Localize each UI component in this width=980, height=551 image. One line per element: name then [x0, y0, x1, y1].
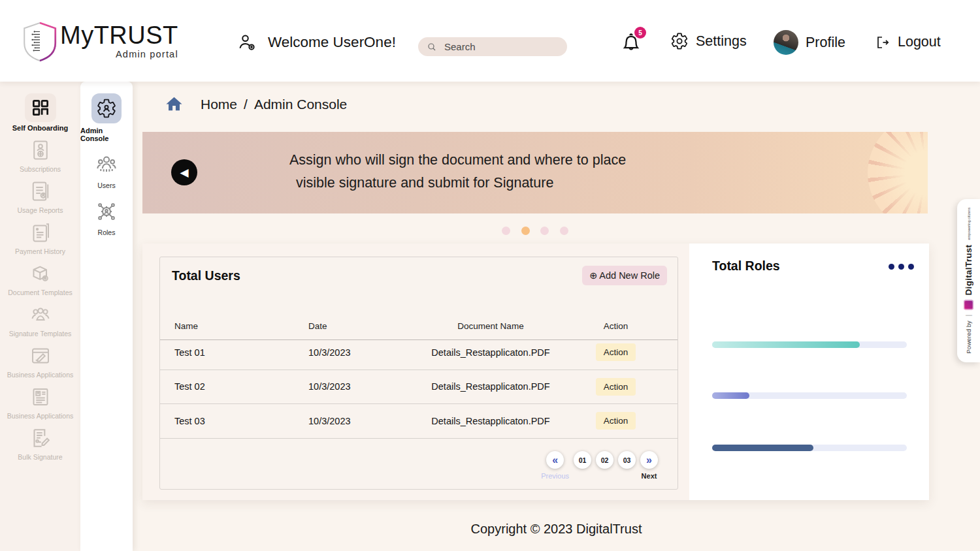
notifications-button[interactable]: 5	[619, 30, 644, 55]
carousel-dot[interactable]	[521, 227, 530, 235]
users-icon	[93, 151, 120, 178]
banner-text-line2: visible signature and submit for Signatu…	[289, 172, 928, 195]
pagination-page-1[interactable]: 01	[574, 451, 591, 469]
notification-badge: 5	[634, 27, 646, 39]
powered-by-brand: DigitalTrust	[964, 245, 973, 296]
users-card-title: Total Users	[172, 268, 240, 283]
welcome-text: Welcome UserOne!	[268, 34, 396, 51]
digitaltrust-logo-icon	[964, 300, 973, 310]
sidebar-item-self-onboarding[interactable]: Self Onboarding	[3, 93, 78, 132]
settings-button[interactable]: Settings	[670, 32, 747, 50]
roles-card-title: Total Roles	[712, 259, 780, 274]
carousel-dot[interactable]	[560, 227, 568, 235]
action-button[interactable]: Action	[596, 412, 636, 430]
profile-button[interactable]: Profile	[774, 30, 845, 55]
user-add-icon	[237, 33, 257, 52]
pagination: « Previous 01 02 03 » Next	[541, 451, 658, 480]
cell-document: Details_Restapplicaton.PDF	[413, 416, 568, 426]
avatar	[774, 30, 798, 55]
search-bar[interactable]	[418, 37, 567, 56]
sidebar-item-usage-reports[interactable]: Usage Reports	[3, 178, 78, 214]
breadcrumb: Home / Admin Console	[164, 95, 347, 114]
role-progress-track	[712, 341, 907, 348]
powered-by-tab[interactable]: Powered by | DigitalTrust empowering cit…	[957, 199, 980, 362]
action-button[interactable]: Action	[596, 378, 636, 396]
footer-copyright: Copyright © 2023 DigitalTrust	[133, 522, 980, 537]
subsidebar-item-label: Roles	[98, 228, 116, 236]
shield-logo-icon	[22, 22, 58, 62]
column-header-name: Name	[174, 321, 308, 331]
sidebar-item-business-applications-2[interactable]: Business Applications	[3, 384, 78, 420]
breadcrumb-home[interactable]: Home	[201, 97, 237, 112]
roles-network-gear-icon	[93, 198, 120, 225]
logo-title: MyTRUST	[60, 22, 178, 49]
carousel-dots	[142, 226, 928, 238]
sidebar-item-business-applications[interactable]: Business Applications	[3, 343, 78, 379]
column-header-document: Document Name	[413, 321, 568, 331]
subscription-card-icon	[27, 137, 54, 163]
subsidebar-item-roles[interactable]: Roles	[93, 198, 120, 236]
subsidebar-item-label: Users	[97, 181, 115, 189]
sidebar-item-label: Self Onboarding	[12, 124, 69, 132]
info-banner: ◀ Assign who will sign the document and …	[142, 132, 928, 213]
sidebar-item-bulk-signature[interactable]: Bulk Signature	[3, 425, 78, 461]
banner-back-button[interactable]: ◀	[171, 159, 197, 185]
grid-icon	[25, 93, 56, 122]
settings-label: Settings	[696, 33, 747, 50]
content-panels: Total Users ⊕ Add New Role Name Date Doc…	[142, 244, 929, 500]
total-users-card: Total Users ⊕ Add New Role Name Date Doc…	[159, 257, 678, 490]
logout-icon	[875, 35, 890, 50]
cube-gear-icon	[27, 260, 54, 287]
table-row[interactable]: Test 01 10/3/2023 Details_Restapplicaton…	[160, 336, 678, 370]
home-icon[interactable]	[164, 95, 184, 114]
sidebar-item-payment-history[interactable]: Payment History	[3, 219, 78, 255]
total-roles-card: Total Roles	[689, 244, 929, 500]
subsidebar-item-users[interactable]: Users	[93, 151, 120, 189]
sidebar-item-label: Payment History	[15, 247, 65, 255]
role-progress-bar	[712, 445, 813, 451]
logout-button[interactable]: Logout	[875, 34, 941, 50]
sidebar-item-subscriptions[interactable]: Subscriptions	[3, 137, 78, 173]
breadcrumb-current: Admin Console	[254, 97, 347, 112]
column-header-date: Date	[308, 321, 413, 331]
table-row[interactable]: Test 02 10/3/2023 Details_Restapplicaton…	[160, 370, 678, 405]
sidebar-item-signature-templates[interactable]: Signature Templates	[3, 302, 78, 338]
search-icon	[427, 42, 437, 52]
search-input[interactable]	[443, 40, 559, 53]
subsidebar-item-label: Admin Console	[80, 127, 133, 142]
role-progress-track	[712, 445, 907, 451]
pagination-page-2[interactable]: 02	[596, 451, 613, 469]
powered-by-tagline: empowering citizens	[967, 208, 971, 240]
double-chevron-right-icon: »	[646, 454, 652, 466]
carousel-dot[interactable]	[540, 227, 549, 235]
cell-date: 10/3/2023	[308, 347, 413, 358]
main-content: Home / Admin Console ◀ Assign who will s…	[133, 82, 980, 551]
table-row[interactable]: Test 03 10/3/2023 Details_Restapplicaton…	[160, 404, 678, 439]
pagination-next-button[interactable]: »	[640, 451, 658, 469]
ellipsis-menu-icon[interactable]	[889, 264, 914, 270]
add-new-role-button[interactable]: ⊕ Add New Role	[582, 266, 667, 285]
table-body: Test 01 10/3/2023 Details_Restapplicaton…	[160, 336, 678, 439]
add-new-role-label: Add New Role	[599, 270, 660, 281]
pagination-previous-button[interactable]: «	[546, 451, 564, 469]
gear-icon	[670, 32, 689, 50]
role-progress-track	[712, 392, 907, 399]
report-document-icon	[27, 178, 54, 204]
previous-label: Previous	[541, 472, 569, 480]
sidebar-item-label: Business Applications	[7, 371, 74, 379]
people-group-icon	[27, 302, 54, 328]
cell-date: 10/3/2023	[308, 381, 413, 392]
breadcrumb-separator: /	[244, 97, 248, 112]
column-header-action: Action	[568, 321, 663, 331]
action-button[interactable]: Action	[596, 343, 636, 361]
pagination-page-3[interactable]: 03	[618, 451, 636, 469]
subsidebar-item-admin-console[interactable]: Admin Console	[80, 93, 133, 142]
sidebar-item-document-templates[interactable]: Document Templates	[3, 260, 78, 296]
sidebar-item-label: Signature Templates	[9, 330, 72, 338]
header: MyTRUST Admin portal Welcome UserOne!	[0, 0, 980, 82]
profile-label: Profile	[806, 35, 845, 51]
carousel-dot[interactable]	[502, 227, 510, 235]
next-label: Next	[642, 472, 657, 480]
browser-pencil-icon	[27, 343, 54, 369]
logout-label: Logout	[898, 34, 941, 50]
